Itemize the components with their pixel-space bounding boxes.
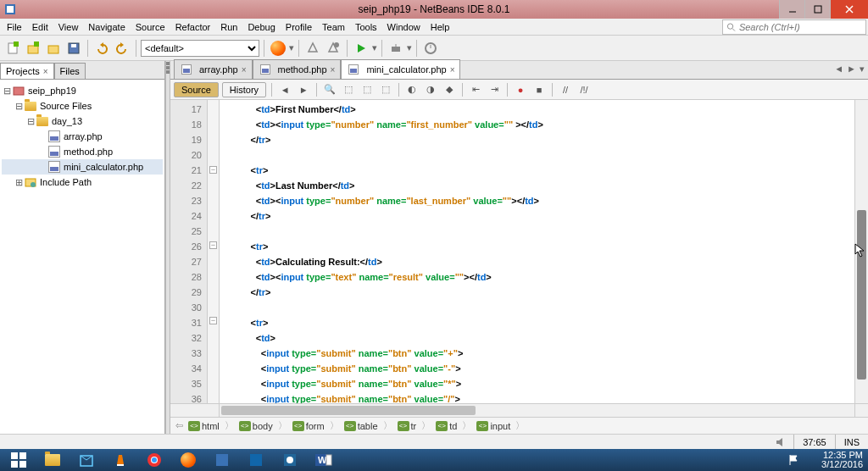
menu-run[interactable]: Run xyxy=(215,20,242,34)
redo-button[interactable] xyxy=(113,39,131,58)
etb-comment-icon[interactable]: // xyxy=(558,82,573,97)
task-vlc[interactable] xyxy=(105,451,136,469)
close-icon[interactable]: × xyxy=(242,65,247,75)
project-panel-tabs: Projects× Files xyxy=(0,61,164,80)
new-file-button[interactable] xyxy=(3,39,22,58)
config-select[interactable]: <default> xyxy=(141,40,259,57)
task-firefox[interactable] xyxy=(173,451,203,469)
start-button[interactable] xyxy=(3,451,34,469)
task-app2[interactable] xyxy=(275,451,305,469)
project-tree[interactable]: ⊟seip_php19 ⊟Source Files ⊟day_13 array.… xyxy=(0,80,164,434)
etb-fwd-icon[interactable]: ► xyxy=(296,82,311,97)
breadcrumb-item[interactable]: <>tr xyxy=(398,421,417,431)
menu-help[interactable]: Help xyxy=(426,20,455,34)
breadcrumb-item[interactable]: <>body xyxy=(239,421,273,431)
etb-find-selection-icon[interactable]: 🔍 xyxy=(322,82,337,97)
etb-uncomment-icon[interactable]: /!/ xyxy=(576,82,592,97)
etb-next-bookmark-icon[interactable]: ◑ xyxy=(423,82,438,97)
breadcrumb-item[interactable]: <>table xyxy=(344,421,378,431)
fold-gutter[interactable]: − − − xyxy=(208,100,220,403)
etb-macro-record-icon[interactable]: ● xyxy=(513,82,528,97)
menu-edit[interactable]: Edit xyxy=(27,20,53,34)
history-view-button[interactable]: History xyxy=(222,82,266,97)
etb-shift-left-icon[interactable]: ⇤ xyxy=(468,82,483,97)
close-icon[interactable]: × xyxy=(450,65,455,75)
editor-tab[interactable]: mini_calculator.php× xyxy=(341,59,460,79)
run-in-browser-button[interactable] xyxy=(269,39,287,58)
save-all-button[interactable] xyxy=(64,39,83,58)
menu-profile[interactable]: Profile xyxy=(281,20,317,34)
minimize-button[interactable] xyxy=(779,0,804,19)
tree-folder-day13[interactable]: ⊟day_13 xyxy=(2,114,163,129)
breadcrumb-item[interactable]: <>form xyxy=(292,421,325,431)
new-project-button[interactable] xyxy=(24,39,42,58)
etb-highlight-icon[interactable]: ⬚ xyxy=(378,82,393,97)
tab-projects[interactable]: Projects× xyxy=(0,63,54,79)
etb-find-next-icon[interactable]: ⬚ xyxy=(359,82,375,97)
task-netbeans[interactable] xyxy=(207,451,237,469)
menu-tools[interactable]: Tools xyxy=(350,20,382,34)
horizontal-scrollbar[interactable] xyxy=(220,404,854,417)
tag-icon: <> xyxy=(188,421,200,431)
menu-navigate[interactable]: Navigate xyxy=(83,20,130,34)
run-button[interactable] xyxy=(352,39,370,58)
breadcrumb-item[interactable]: <>td xyxy=(436,421,457,431)
tab-list-icon[interactable]: ▾ xyxy=(860,64,865,75)
breadcrumb-item[interactable]: <>input xyxy=(476,421,510,431)
task-explorer[interactable] xyxy=(37,451,68,469)
build-button[interactable] xyxy=(303,39,322,58)
next-tab-icon[interactable]: ► xyxy=(847,64,856,75)
etb-back-icon[interactable]: ◄ xyxy=(277,82,292,97)
maximize-button[interactable] xyxy=(804,0,830,19)
menu-debug[interactable]: Debug xyxy=(242,20,280,34)
tree-file[interactable]: method.php xyxy=(2,144,163,159)
source-view-button[interactable]: Source xyxy=(174,82,219,97)
profile-button[interactable] xyxy=(421,39,440,58)
menu-refactor[interactable]: Refactor xyxy=(170,20,216,34)
close-icon[interactable]: × xyxy=(331,65,336,75)
close-icon[interactable]: × xyxy=(43,67,48,76)
insert-mode: INS xyxy=(835,435,868,449)
tray-flag-icon[interactable] xyxy=(787,451,800,469)
menu-team[interactable]: Team xyxy=(317,20,350,34)
svg-rect-26 xyxy=(19,461,26,468)
task-word[interactable]: W xyxy=(309,451,339,469)
tab-label: method.php xyxy=(278,64,327,75)
debug-button[interactable] xyxy=(387,39,405,58)
task-app1[interactable] xyxy=(241,451,271,469)
svg-rect-3 xyxy=(815,6,821,13)
open-project-button[interactable] xyxy=(44,39,63,58)
task-chrome[interactable] xyxy=(139,451,170,469)
task-box[interactable] xyxy=(71,451,102,469)
tree-file[interactable]: array.php xyxy=(2,129,163,144)
tab-files[interactable]: Files xyxy=(54,63,86,79)
breadcrumb-nav-left-icon[interactable]: ⇦ xyxy=(175,420,183,431)
etb-find-prev-icon[interactable]: ⬚ xyxy=(341,82,356,97)
menu-file[interactable]: File xyxy=(2,20,27,34)
code-editor[interactable]: 1718192021222324252627282930313233343536… xyxy=(170,100,868,403)
tree-project-root[interactable]: ⊟seip_php19 xyxy=(2,83,163,98)
clean-build-button[interactable] xyxy=(324,39,342,58)
notifications-icon[interactable] xyxy=(775,435,788,449)
editor-tab[interactable]: array.php× xyxy=(174,59,253,79)
editor-tab[interactable]: method.php× xyxy=(253,59,342,79)
search-input[interactable] xyxy=(739,22,862,32)
tree-include-path[interactable]: ⊞Include Path xyxy=(2,175,163,190)
etb-shift-right-icon[interactable]: ⇥ xyxy=(487,82,502,97)
close-button[interactable] xyxy=(830,0,868,19)
taskbar-clock[interactable]: 12:35 PM 3/12/2016 xyxy=(821,449,863,471)
quick-search[interactable] xyxy=(722,19,866,35)
etb-toggle-bookmark-icon[interactable]: ◆ xyxy=(442,82,457,97)
code-content[interactable]: <td>First Number</td> <td><input type="n… xyxy=(220,100,854,403)
prev-tab-icon[interactable]: ◄ xyxy=(834,64,843,75)
menu-source[interactable]: Source xyxy=(131,20,170,34)
tree-source-files[interactable]: ⊟Source Files xyxy=(2,98,163,114)
etb-macro-stop-icon[interactable]: ■ xyxy=(531,82,547,97)
menu-window[interactable]: Window xyxy=(382,20,426,34)
etb-prev-bookmark-icon[interactable]: ◐ xyxy=(404,82,420,97)
line-gutter: 1718192021222324252627282930313233343536… xyxy=(170,100,208,403)
tree-file[interactable]: mini_calculator.php xyxy=(2,159,163,175)
undo-button[interactable] xyxy=(92,39,111,58)
menu-view[interactable]: View xyxy=(53,20,84,34)
breadcrumb-item[interactable]: <>html xyxy=(188,421,220,431)
